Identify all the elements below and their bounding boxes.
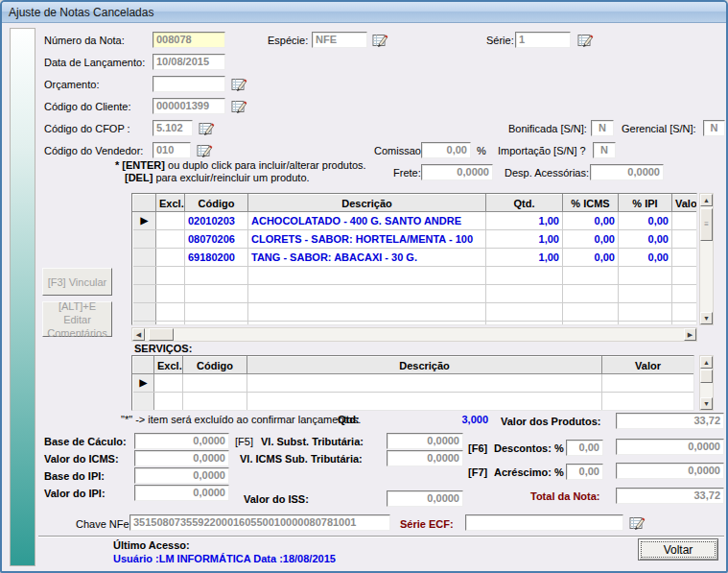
product-row-empty[interactable]	[133, 303, 698, 322]
bonificada-label: Bonificada [S/N]:	[508, 123, 587, 135]
acrescimo-valor-field[interactable]: 0,0000	[616, 463, 724, 479]
products-horizontal-scrollbar[interactable]: ◀ ▶	[131, 327, 697, 342]
cfop-field[interactable]: 5.102	[153, 120, 193, 136]
serie-lookup-button[interactable]	[576, 33, 594, 48]
acrescimo-pct-field[interactable]: 0,00	[566, 464, 603, 480]
frete-field[interactable]: 0,0000	[421, 164, 493, 180]
scroll-down-button[interactable]: ▼	[700, 312, 713, 324]
importacao-field[interactable]: N	[593, 142, 616, 158]
qtd-total-value: 3,000	[416, 414, 488, 426]
product-row-empty[interactable]	[133, 322, 698, 326]
cliente-lookup-button[interactable]	[230, 99, 247, 114]
serie-ecf-field[interactable]	[465, 514, 623, 531]
scroll-thumb[interactable]	[700, 370, 713, 383]
editar-button-label-line1: [ALT]+E Editar	[43, 299, 111, 326]
col-codigo: Código	[185, 195, 248, 212]
cfop-lookup-button[interactable]	[198, 121, 215, 136]
chave-nfe-label: Chave NFe:	[76, 518, 132, 531]
scroll-thumb[interactable]: ≡	[700, 208, 713, 241]
vendedor-lookup-button[interactable]	[196, 143, 213, 158]
vendedor-field[interactable]: 010	[153, 142, 191, 158]
hint-enter-key: * [ENTER]	[115, 159, 165, 171]
serie-ecf-label: Série ECF:	[400, 518, 454, 531]
chave-nfe-field[interactable]: 35150807355922000160550010000080781001	[129, 514, 390, 531]
numero-nota-field[interactable]: 008078	[153, 32, 225, 48]
especie-field[interactable]: NFE	[312, 32, 367, 48]
base-ipi-field[interactable]: 0,0000	[134, 467, 229, 484]
gerencial-field[interactable]: N	[703, 120, 725, 136]
cliente-field[interactable]: 000001399	[153, 98, 225, 114]
base-ipi-label: Base do IPI:	[44, 470, 105, 483]
scroll-left-button[interactable]: ◀	[132, 328, 145, 341]
editar-comentarios-button[interactable]: [ALT]+E Editar Comentários	[42, 301, 112, 337]
serie-ecf-lookup-button[interactable]	[628, 515, 646, 531]
acrescimo-label: Acréscimo: %	[494, 466, 564, 479]
total-nota-field[interactable]: 33,72	[616, 488, 724, 504]
comissao-suffix: %	[477, 145, 486, 157]
f5-key-label: [F5]	[235, 436, 253, 448]
voltar-button[interactable]: Voltar	[638, 538, 718, 561]
scroll-up-button[interactable]: ▲	[700, 194, 713, 206]
serie-field[interactable]: 1	[515, 32, 571, 48]
grid-hint-line1: * [ENTER] ou duplo click para incluir/al…	[115, 159, 366, 172]
grid-hint-line2: [DEL] para excluir/reincluir um produto.	[125, 172, 310, 184]
vincular-button[interactable]: [F3] Vincular	[42, 268, 112, 296]
icms-sub-tributaria-field[interactable]: 0,0000	[387, 450, 463, 466]
orcamento-label: Orçamento:	[44, 79, 99, 91]
products-vertical-scrollbar[interactable]: ▲ ≡ ▼	[699, 193, 714, 325]
base-calculo-field[interactable]: 0,0000	[134, 433, 229, 449]
valor-icms-field[interactable]: 0,0000	[134, 450, 229, 466]
valor-iss-label: Valor do ISS:	[244, 493, 309, 506]
col-excl: Excl.	[154, 357, 183, 374]
cliente-label: Código do Cliente:	[44, 101, 131, 113]
valor-ipi-field[interactable]: 0,0000	[134, 485, 229, 501]
thumb-grip: ≡	[704, 221, 709, 228]
col-descricao: Descrição	[248, 195, 486, 212]
lookup-icon	[629, 515, 646, 530]
services-grid: Excl. Código Descrição Valor ▶	[131, 355, 694, 411]
row-selector-header	[133, 357, 154, 374]
col-icms: % ICMS	[563, 195, 619, 212]
valor-iss-field[interactable]: 0,0000	[387, 490, 463, 507]
window-title: Ajuste de Notas Canceladas	[9, 6, 153, 19]
subst-tributaria-field[interactable]: 0,0000	[387, 433, 463, 449]
service-row-empty[interactable]: ▶	[133, 374, 694, 393]
vincular-button-label: [F3] Vincular	[43, 275, 111, 289]
product-row[interactable]: 08070206 CLORETS - SABOR: HORTELA/MENTA …	[133, 230, 698, 249]
lookup-icon	[197, 143, 213, 157]
ultimo-acesso-label: Último Acesso:	[113, 539, 190, 552]
comissao-label: Comissao:	[374, 145, 424, 157]
numero-nota-label: Número da Nota:	[44, 35, 125, 47]
descontos-pct-field[interactable]: 0,00	[566, 440, 603, 456]
scroll-thumb[interactable]	[149, 328, 174, 341]
col-valor: Valor	[672, 195, 698, 212]
hint-enter-text: ou duplo click para incluir/alterar prod…	[165, 159, 366, 171]
product-row[interactable]: ▶ 02010203 ACHOCOLATADO - 400 G. SANTO A…	[133, 212, 698, 230]
scroll-up-button[interactable]: ▲	[700, 356, 713, 369]
data-lancamento-label: Data de Lançamento:	[44, 57, 145, 69]
frete-label: Frete:	[393, 167, 421, 179]
descontos-valor-field[interactable]: 0,0000	[616, 439, 724, 455]
product-row-empty[interactable]	[133, 285, 698, 303]
row-selector-header	[133, 195, 156, 212]
bonificada-field[interactable]: N	[591, 120, 614, 136]
orcamento-lookup-button[interactable]	[230, 77, 247, 92]
services-vertical-scrollbar[interactable]: ▲ ▼	[699, 355, 714, 411]
product-row[interactable]: 69180200 TANG - SABOR: ABACAXI - 30 G. 1…	[133, 249, 698, 267]
service-row-empty[interactable]	[133, 393, 694, 411]
especie-lookup-button[interactable]	[371, 33, 388, 48]
desp-acessorias-field[interactable]: 0,0000	[590, 164, 664, 180]
subst-tributaria-label: Vl. Subst. Tributária:	[261, 436, 364, 448]
product-row-empty[interactable]	[133, 267, 698, 285]
comissao-field[interactable]: 0,00	[421, 142, 471, 158]
data-lancamento-field[interactable]: 10/08/2015	[153, 54, 225, 70]
scroll-right-button[interactable]: ▶	[684, 328, 696, 341]
scroll-down-button[interactable]: ▼	[700, 397, 713, 410]
current-row-marker: ▶	[133, 374, 154, 393]
orcamento-field[interactable]	[153, 76, 225, 92]
valor-produtos-field[interactable]: 33,72	[616, 413, 724, 429]
editar-button-label-line2: Comentários	[43, 326, 111, 340]
hint-del-text: para excluir/reincluir um produto.	[153, 172, 309, 183]
servicos-title: SERVIÇOS:	[134, 343, 192, 355]
voltar-button-label: Voltar	[664, 543, 693, 557]
